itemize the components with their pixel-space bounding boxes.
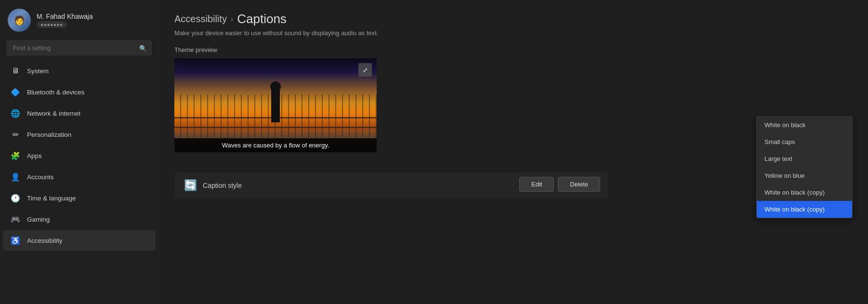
dropdown-item-yellow-on-blue[interactable]: Yellow on blue — [757, 167, 852, 184]
personalization-icon: ✏ — [11, 130, 20, 139]
sidebar-item-system[interactable]: 🖥 System — [3, 61, 156, 81]
apps-icon: 🧩 — [11, 151, 20, 160]
caption-text: Waves are caused by a flow of energy. — [222, 142, 329, 149]
sidebar-item-accounts[interactable]: 👤 Accounts — [3, 167, 156, 187]
search-input[interactable] — [7, 40, 152, 55]
network-icon: 🌐 — [11, 108, 20, 118]
page-subtitle: Make your device easier to use without s… — [174, 29, 853, 37]
sidebar-item-label-gaming: Gaming — [27, 216, 50, 223]
breadcrumb-separator: › — [231, 15, 233, 24]
user-name: M. Fahad Khawaja — [37, 13, 93, 20]
sidebar-item-label-accounts: Accounts — [27, 173, 54, 181]
sidebar-item-network[interactable]: 🌐 Network & internet — [3, 103, 156, 123]
action-buttons: Edit Delete — [519, 177, 600, 192]
section-title: Theme preview — [174, 46, 853, 53]
dropdown-item-white-on-black-copy[interactable]: White on black (copy) — [757, 184, 852, 201]
dropdown-item-large-text[interactable]: Large text — [757, 150, 852, 167]
sidebar-item-label-personalization: Personalization — [27, 131, 71, 138]
caption-style-card: 🔄 Caption style Edit Delete — [174, 172, 608, 198]
sidebar-item-label-network: Network & internet — [27, 110, 80, 117]
sidebar-item-label-system: System — [27, 67, 49, 75]
dropdown-item-white-on-black-copy2[interactable]: White on black (copy) — [757, 201, 852, 218]
sidebar-item-label-time: Time & language — [27, 195, 76, 202]
breadcrumb-current: Captions — [237, 12, 287, 26]
breadcrumb: Accessibility › Captions — [174, 12, 853, 26]
search-icon: 🔍 — [139, 44, 147, 52]
edit-button[interactable]: Edit — [519, 177, 554, 192]
sidebar-nav: 🖥 System 🔷 Bluetooth & devices 🌐 Network… — [0, 60, 158, 304]
sidebar-item-personalization[interactable]: ✏ Personalization — [3, 124, 156, 145]
theme-preview: ⤢ Waves are caused by a flow of energy. — [174, 58, 377, 152]
caption-style-icon: 🔄 — [184, 179, 197, 192]
caption-style-label: Caption style — [203, 182, 242, 189]
dropdown-item-small-caps[interactable]: Small caps — [757, 133, 852, 150]
caption-style-section: 🔄 Caption style Edit Delete — [174, 168, 853, 198]
caption-bar: Waves are caused by a flow of energy. — [174, 138, 377, 152]
accessibility-icon: ♿ — [11, 236, 20, 245]
avatar: 🧑 — [8, 9, 31, 32]
sidebar-item-label-accessibility: Accessibility — [27, 237, 63, 244]
expand-preview-button[interactable]: ⤢ — [358, 63, 372, 77]
user-subtitle: ●●●●●●● — [37, 21, 67, 28]
sidebar-item-apps[interactable]: 🧩 Apps — [3, 145, 156, 166]
main-content: Accessibility › Captions Make your devic… — [159, 0, 868, 304]
sidebar-item-bluetooth[interactable]: 🔷 Bluetooth & devices — [3, 82, 156, 102]
sidebar-item-label-bluetooth: Bluetooth & devices — [27, 89, 84, 96]
sidebar-item-label-apps: Apps — [27, 152, 42, 159]
sidebar-item-accessibility[interactable]: ♿ Accessibility — [3, 230, 156, 251]
search-container: 🔍 — [0, 37, 158, 60]
dropdown-item-white-on-black[interactable]: White on black — [757, 117, 852, 133]
accounts-icon: 👤 — [11, 172, 20, 182]
bluetooth-icon: 🔷 — [11, 87, 20, 97]
sidebar-item-time[interactable]: 🕐 Time & language — [3, 188, 156, 208]
sidebar-item-gaming[interactable]: 🎮 Gaming — [3, 209, 156, 229]
expand-icon: ⤢ — [363, 66, 368, 74]
breadcrumb-parent: Accessibility — [174, 13, 227, 25]
user-profile[interactable]: 🧑 M. Fahad Khawaja ●●●●●●● — [0, 0, 158, 37]
system-icon: 🖥 — [11, 66, 20, 76]
gaming-icon: 🎮 — [11, 214, 20, 224]
preview-image: ⤢ Waves are caused by a flow of energy. — [174, 58, 377, 152]
delete-button[interactable]: Delete — [558, 177, 600, 192]
time-icon: 🕐 — [11, 193, 20, 203]
sidebar: 🧑 M. Fahad Khawaja ●●●●●●● 🔍 🖥 System 🔷 … — [0, 0, 159, 304]
caption-style-dropdown[interactable]: White on black Small caps Large text Yel… — [756, 116, 853, 218]
